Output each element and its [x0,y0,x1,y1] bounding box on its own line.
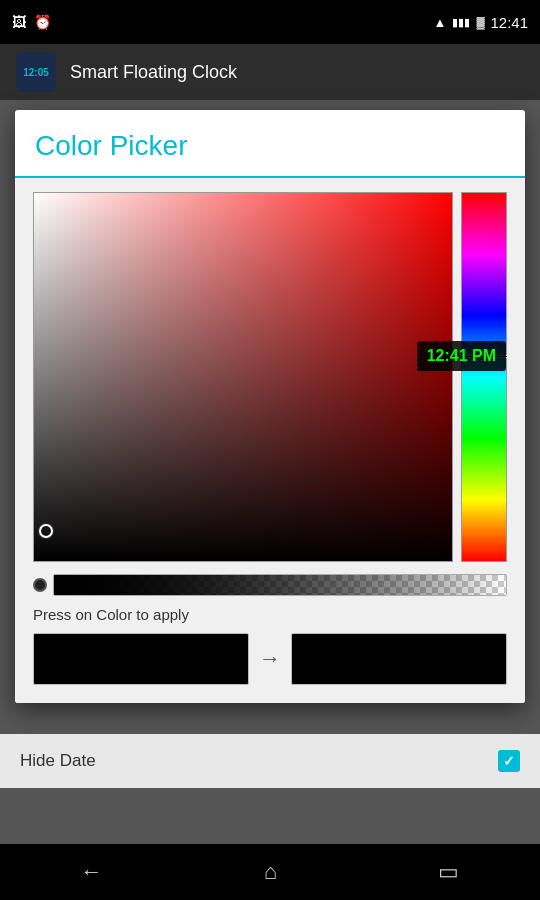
hide-date-label: Hide Date [20,751,96,771]
hue-bar[interactable]: 12:41 PM [461,192,507,562]
app-icon-time: 12:05 [23,67,49,78]
app-title: Smart Floating Clock [70,62,237,83]
back-button[interactable]: ← [61,851,123,893]
alpha-track[interactable] [53,574,507,596]
status-bar-right: ▲ ▮▮▮ ▓ 12:41 [434,14,528,31]
color-swatch-new[interactable] [291,633,507,685]
status-bar-left: 🖼 ⏰ [12,14,51,30]
app-icon: 12:05 [16,52,56,92]
hide-date-bar: Hide Date [0,734,540,788]
alpha-track-gradient [54,575,506,595]
hue-bar-container: 12:41 PM [461,192,507,562]
press-color-text: Press on Color to apply [33,606,507,623]
clock-overlay: 12:41 PM [417,341,506,371]
signal-icon: ▮▮▮ [452,16,470,29]
hide-date-checkbox[interactable] [498,750,520,772]
photo-icon: 🖼 [12,14,26,30]
color-gradient-box[interactable] [33,192,453,562]
main-area: Color Picker 12:41 PM [0,100,540,844]
picker-cursor [39,524,53,538]
color-picker-dialog: Color Picker 12:41 PM [15,110,525,703]
dialog-title: Color Picker [35,130,187,161]
nav-bar: ← ⌂ ▭ [0,844,540,900]
home-button[interactable]: ⌂ [244,851,297,893]
recent-button[interactable]: ▭ [418,851,479,893]
color-preview-row: → [33,633,507,685]
arrow-icon: → [259,646,281,672]
color-picker-body: 12:41 PM Press on Color to apply → [15,178,525,703]
wifi-icon: ▲ [434,15,447,30]
title-bar: 12:05 Smart Floating Clock [0,44,540,100]
picker-area[interactable]: 12:41 PM [33,192,507,562]
status-time: 12:41 [490,14,528,31]
dialog-header: Color Picker [15,110,525,178]
battery-icon: ▓ [476,16,484,28]
clock-overlay-time: 12:41 PM [427,347,496,364]
alpha-dot [33,578,47,592]
clock-icon: ⏰ [34,14,51,30]
status-bar: 🖼 ⏰ ▲ ▮▮▮ ▓ 12:41 [0,0,540,44]
alpha-slider-row [33,574,507,596]
gradient-dark [34,193,452,561]
color-swatch-current[interactable] [33,633,249,685]
